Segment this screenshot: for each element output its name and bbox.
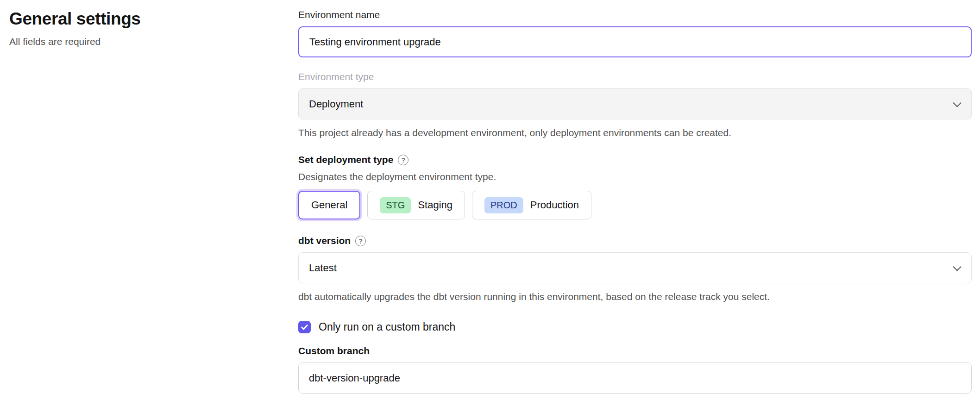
- custom-branch-label: Custom branch: [298, 345, 972, 356]
- environment-type-select: Deployment: [298, 88, 972, 119]
- deployment-type-options: General STG Staging PROD Production: [298, 191, 972, 219]
- deployment-type-description: Designates the deployment environment ty…: [298, 171, 972, 182]
- page-title: General settings: [9, 9, 298, 29]
- help-icon[interactable]: ?: [355, 236, 366, 246]
- dbt-version-value: Latest: [309, 262, 337, 274]
- dbt-version-group: dbt version ? Latest dbt automatically u…: [298, 235, 972, 302]
- environment-settings-form: Environment name Environment type Deploy…: [298, 9, 972, 394]
- deployment-type-staging-label: Staging: [418, 199, 452, 211]
- deployment-type-label-text: Set deployment type: [298, 154, 393, 165]
- chevron-down-icon: [953, 99, 961, 107]
- dbt-version-label: dbt version ?: [298, 235, 972, 246]
- settings-page: General settings All fields are required…: [0, 0, 980, 394]
- environment-type-group: Environment type Deployment This project…: [298, 71, 972, 138]
- staging-badge: STG: [380, 197, 411, 213]
- custom-branch-toggle-row: Only run on a custom branch: [298, 321, 972, 333]
- deployment-type-group: Set deployment type ? Designates the dep…: [298, 154, 972, 219]
- environment-type-helper: This project already has a development e…: [298, 127, 972, 138]
- dbt-version-helper: dbt automatically upgrades the dbt versi…: [298, 291, 972, 302]
- environment-name-group: Environment name: [298, 9, 972, 57]
- deployment-type-general-button[interactable]: General: [298, 191, 360, 219]
- checkmark-icon: [301, 323, 308, 331]
- chevron-down-icon: [953, 262, 961, 271]
- environment-type-label: Environment type: [298, 71, 972, 82]
- custom-branch-toggle-label[interactable]: Only run on a custom branch: [319, 321, 455, 333]
- dbt-version-select[interactable]: Latest: [298, 252, 972, 283]
- settings-header: General settings All fields are required: [9, 9, 298, 394]
- custom-branch-group: Custom branch: [298, 345, 972, 394]
- environment-name-input[interactable]: [298, 26, 972, 57]
- production-badge: PROD: [484, 197, 523, 213]
- deployment-type-label: Set deployment type ?: [298, 154, 972, 165]
- deployment-type-general-label: General: [311, 199, 347, 211]
- help-icon[interactable]: ?: [398, 155, 408, 165]
- page-subtitle: All fields are required: [9, 36, 298, 47]
- dbt-version-label-text: dbt version: [298, 235, 351, 246]
- deployment-type-production-button[interactable]: PROD Production: [472, 191, 591, 219]
- deployment-type-staging-button[interactable]: STG Staging: [367, 191, 465, 219]
- environment-name-label: Environment name: [298, 9, 972, 20]
- custom-branch-checkbox[interactable]: [298, 321, 311, 333]
- deployment-type-production-label: Production: [530, 199, 579, 211]
- custom-branch-input[interactable]: [298, 362, 972, 394]
- environment-type-value: Deployment: [309, 98, 363, 110]
